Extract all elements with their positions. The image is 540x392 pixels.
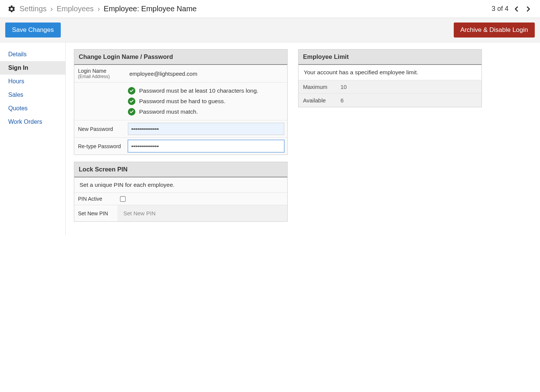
- pager-next-button[interactable]: [524, 5, 532, 13]
- password-rules: Password must be at least 10 characters …: [128, 85, 258, 118]
- set-new-pin-input[interactable]: [120, 207, 284, 219]
- pin-panel-title: Lock Screen PIN: [74, 162, 287, 177]
- check-icon: [128, 87, 135, 95]
- rule-match-text: Password must match.: [139, 108, 198, 115]
- limit-panel-subtitle: Your account has a specified employee li…: [298, 65, 482, 80]
- sidebar-item-sales[interactable]: Sales: [0, 88, 65, 102]
- login-name-label: Login Name (Email Address): [74, 65, 125, 82]
- limit-avail-label: Available: [298, 94, 336, 107]
- pin-active-label: PIN Active: [74, 193, 117, 205]
- set-new-pin-row: Set New PIN: [74, 205, 287, 221]
- set-new-pin-label: Set New PIN: [74, 205, 117, 221]
- save-button[interactable]: Save Changes: [5, 23, 61, 38]
- pin-panel-subtitle: Set a unique PIN for each employee.: [74, 177, 287, 193]
- rule-length: Password must be at least 10 characters …: [128, 87, 258, 95]
- limit-max-row: Maximum 10: [298, 80, 482, 94]
- pin-active-row: PIN Active: [74, 193, 287, 205]
- sidebar-item-hours[interactable]: Hours: [0, 75, 65, 88]
- check-icon: [128, 98, 135, 105]
- limit-avail-row: Available 6: [298, 94, 482, 107]
- left-column: Change Login Name / Password Login Name …: [74, 49, 288, 228]
- new-password-input[interactable]: [128, 123, 284, 135]
- login-name-sublabel: (Email Address): [78, 74, 121, 79]
- pager: 3 of 4: [492, 5, 532, 13]
- password-rules-row: Password must be at least 10 characters …: [74, 83, 287, 120]
- check-icon: [128, 108, 135, 116]
- login-name-label-text: Login Name: [78, 68, 121, 74]
- retype-password-label: Re-type Password: [74, 138, 125, 155]
- limit-max-value: 10: [336, 80, 482, 93]
- breadcrumb: Settings › Employees › Employee: Employe…: [8, 5, 196, 13]
- sidebar-item-signin[interactable]: Sign In: [0, 61, 65, 75]
- topbar: Settings › Employees › Employee: Employe…: [0, 0, 540, 18]
- sidebar: Details Sign In Hours Sales Quotes Work …: [0, 42, 66, 235]
- rule-match: Password must match.: [128, 108, 258, 116]
- login-panel-title: Change Login Name / Password: [74, 50, 287, 65]
- rule-hard-text: Password must be hard to guess.: [139, 98, 225, 105]
- login-name-row: Login Name (Email Address): [74, 65, 287, 83]
- pager-text: 3 of 4: [492, 5, 508, 13]
- limit-panel: Employee Limit Your account has a specif…: [298, 49, 482, 107]
- login-name-input[interactable]: [128, 68, 284, 80]
- actionbar: Save Changes Archive & Disable Login: [0, 18, 540, 42]
- limit-avail-value: 6: [336, 94, 482, 107]
- chevron-right-icon: ›: [50, 5, 53, 13]
- rule-hard: Password must be hard to guess.: [128, 98, 258, 105]
- new-password-label: New Password: [74, 120, 125, 137]
- pin-active-checkbox[interactable]: [120, 196, 126, 202]
- retype-password-input[interactable]: [128, 140, 284, 152]
- pager-prev-button[interactable]: [512, 5, 520, 13]
- sidebar-item-workorders[interactable]: Work Orders: [0, 115, 65, 129]
- archive-button[interactable]: Archive & Disable Login: [454, 23, 535, 38]
- content: Change Login Name / Password Login Name …: [66, 42, 540, 235]
- right-column: Employee Limit Your account has a specif…: [298, 49, 482, 114]
- gear-icon: [8, 5, 16, 13]
- rule-length-text: Password must be at least 10 characters …: [139, 87, 258, 94]
- chevron-right-icon: ›: [98, 5, 100, 13]
- breadcrumb-settings[interactable]: Settings: [20, 5, 46, 13]
- limit-panel-title: Employee Limit: [298, 50, 482, 65]
- login-panel: Change Login Name / Password Login Name …: [74, 49, 288, 155]
- new-password-row: New Password: [74, 120, 287, 138]
- sidebar-item-quotes[interactable]: Quotes: [0, 102, 65, 115]
- breadcrumb-current: Employee: Employee Name: [104, 5, 197, 13]
- breadcrumb-employees[interactable]: Employees: [57, 5, 94, 13]
- main: Details Sign In Hours Sales Quotes Work …: [0, 42, 540, 235]
- limit-max-label: Maximum: [298, 80, 336, 93]
- sidebar-item-details[interactable]: Details: [0, 48, 65, 61]
- pin-panel: Lock Screen PIN Set a unique PIN for eac…: [74, 162, 288, 222]
- retype-password-row: Re-type Password: [74, 138, 287, 155]
